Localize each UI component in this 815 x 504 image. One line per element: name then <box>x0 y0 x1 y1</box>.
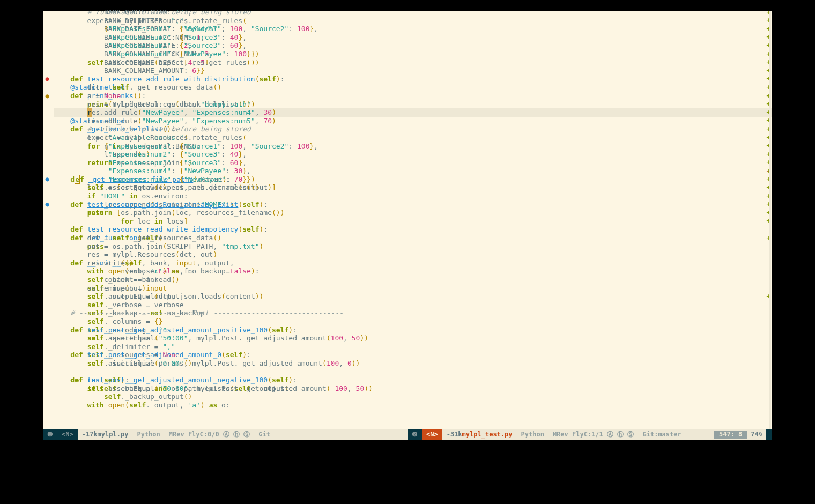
code-line[interactable]: self.assertEqual(expect, res.get_rules()… <box>54 58 772 67</box>
git-branch-indicator[interactable]: Git:master <box>638 429 685 440</box>
code-line[interactable]: res.add_rule("NewPayee", "Expenses:num4"… <box>54 108 772 117</box>
code-line[interactable]: a = None <box>54 92 772 100</box>
code-line[interactable]: def test_post__get_adjusted_amount_negat… <box>54 376 772 384</box>
code-line[interactable]: res = mylpl.Resources(dct, out) <box>54 250 772 259</box>
modeline-right[interactable]: ❷ <N> - 31k mylpl_test.py Python MRev Fl… <box>408 429 772 440</box>
code-line[interactable]: with open(out, 'r') as f: <box>54 267 772 276</box>
code-line[interactable]: content = f.read() <box>54 276 772 284</box>
code-line[interactable]: {"Expenses:num1": {"Source1": 100, "Sour… <box>54 25 772 33</box>
code-line[interactable]: self.assertEqual("50.00", mylpl.Post._ge… <box>54 334 772 343</box>
modeline-row: ❶ <N> - 17k mylpl.py Python MRev FlyC:0/… <box>43 429 772 440</box>
code-line[interactable]: {"Expenses:num1": {"Source1": 100, "Sour… <box>54 142 772 151</box>
code-line[interactable]: "Expenses:num2": {"Source3": 40}, <box>54 33 772 42</box>
code-line[interactable] <box>54 301 772 309</box>
buffer-size: - 31k mylpl_test.py <box>442 429 517 440</box>
code-line[interactable]: def test_resource_read_write_idempotency… <box>54 225 772 234</box>
split-container: ● BANK_QUOTE_CHAR: '"', BANK_DELIMITER: … <box>43 11 772 429</box>
code-line[interactable]: self.assertEqual(dct, json.loads(content… <box>54 292 772 301</box>
code-line[interactable]: "Expenses:num3": {"Source3": 60}, <box>54 159 772 167</box>
code-line[interactable]: def test_post__get_adjusted_amount_0(sel… <box>54 351 772 359</box>
right-pane[interactable]: ●●● # rules are rotated before being sto… <box>43 11 772 429</box>
minimap[interactable] <box>769 11 771 429</box>
code-line[interactable]: out = os.path.join(SCRIPT_PATH, "tmp.txt… <box>54 242 772 251</box>
code-line[interactable]: self.assertEqual("50.00", mylpl.Post._ge… <box>54 384 772 393</box>
minor-modes[interactable]: MRev FlyC:0/0 Ⓐ ⓗ Ⓢ <box>165 429 255 440</box>
code-line[interactable] <box>54 343 772 351</box>
buffer-name: mylpl_test.py <box>462 431 513 438</box>
buffer-name: mylpl.py <box>98 431 129 438</box>
evil-state-indicator: <N> <box>422 429 442 440</box>
minor-modes[interactable]: MRev FlyC:1/1 Ⓐ ⓗ Ⓢ <box>549 429 639 440</box>
editor-frame: ● BANK_QUOTE_CHAR: '"', BANK_DELIMITER: … <box>43 11 772 440</box>
code-line[interactable] <box>54 217 772 226</box>
code-line[interactable] <box>54 192 772 201</box>
code-line[interactable]: expect = mylpl.Resources.rotate_rules( <box>54 17 772 25</box>
evil-state-indicator: <N> <box>57 429 78 440</box>
scroll-percentage: 74% <box>747 431 766 438</box>
code-line[interactable]: # -------------------------- Post ------… <box>54 309 772 317</box>
code-line[interactable]: res.add_rule("NewPayee", "Expenses:num5"… <box>54 117 772 125</box>
cursor-position: 547: 8 <box>714 431 747 438</box>
code-line[interactable]: res = mylpl.Resources(dct, "dummy_path") <box>54 100 772 109</box>
code-line[interactable]: pass <box>54 209 772 217</box>
right-code[interactable]: # rules are rotated before being stored … <box>43 11 772 401</box>
code-line[interactable]: os.remove(out) <box>54 284 772 293</box>
code-line[interactable] <box>54 317 772 326</box>
code-line[interactable]: def test_post__get_adjusted_amount_posit… <box>54 326 772 335</box>
git-branch-indicator[interactable]: Git <box>254 429 275 440</box>
code-line[interactable]: "Expenses:num5": {"NewPayee": 70}}) <box>54 175 772 184</box>
code-line[interactable]: res.write() <box>54 259 772 268</box>
code-line[interactable]: self.assertEqual(expect, res.get_rules()… <box>54 183 772 192</box>
modeline-left[interactable]: ❶ <N> - 17k mylpl.py Python MRev FlyC:0/… <box>43 429 408 440</box>
code-line[interactable] <box>54 368 772 376</box>
code-line[interactable]: # rules are rotated before being stored <box>54 11 772 17</box>
code-line[interactable]: "Expenses:num2": {"Source3": 40}, <box>54 150 772 159</box>
code-line[interactable]: "Expenses:num3": {"Source3": 60}, <box>54 41 772 50</box>
code-line[interactable]: def test_resource_add_Rule_already_exist… <box>54 201 772 209</box>
window-number-icon: ❶ <box>43 429 57 440</box>
code-line[interactable] <box>54 392 772 401</box>
code-line[interactable]: dct = self._get_resources_data() <box>54 83 772 92</box>
window-number-icon: ❷ <box>408 429 422 440</box>
code-line[interactable]: expect = mylpl.Resources.rotate_rules( <box>54 134 772 142</box>
code-line[interactable]: "Expenses:num4": {"NewPayee": 100}}) <box>54 50 772 58</box>
buffer-size: - 17k mylpl.py <box>78 429 133 440</box>
code-line[interactable] <box>54 66 772 75</box>
code-line[interactable]: self.assertEqual("0.00", mylpl.Post._get… <box>54 359 772 368</box>
major-mode[interactable]: Python <box>517 429 549 440</box>
major-mode[interactable]: Python <box>132 429 164 440</box>
code-line[interactable]: # rules are rotated before being stored <box>54 125 772 134</box>
code-line[interactable]: dct = self._get_resources_data() <box>54 234 772 242</box>
code-line[interactable]: def test_resource_add_rule_with_distribu… <box>54 75 772 84</box>
code-line[interactable]: "Expenses:num4": {"NewPayee": 30}, <box>54 167 772 175</box>
